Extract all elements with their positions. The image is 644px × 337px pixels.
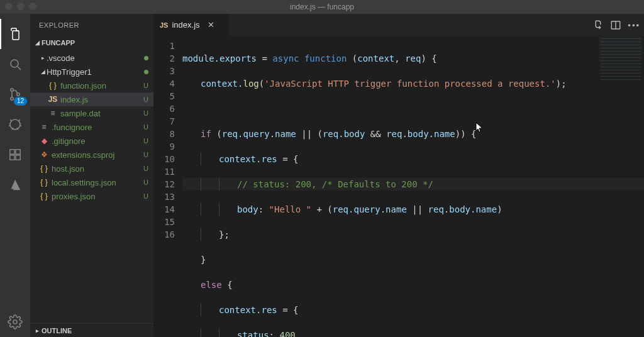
traffic-light-zoom[interactable] [29,3,36,10]
scm-badge: 12 [14,97,27,106]
js-file-icon: JS [48,95,58,104]
git-modified-dot-icon [144,56,148,60]
line-number-gutter: 12 34 56 78 910 1112 1314 1516 [153,36,182,337]
file-extensions-csproj[interactable]: ❖ extensions.csproj U [30,148,153,162]
explorer-icon[interactable] [0,19,30,49]
git-status: U [143,82,148,89]
folder-httptrigger[interactable]: ◢ HttpTrigger1 [30,65,153,79]
chevron-down-icon: ◢ [39,69,47,75]
file-label: .funcignore [52,123,141,132]
editor-actions: ••• [592,16,640,34]
file-sample-dat[interactable]: ≡ sample.dat U [30,106,153,120]
azure-icon[interactable] [0,170,30,200]
file-label: sample.dat [60,109,141,118]
git-status: U [143,179,148,186]
chevron-right-icon: ▸ [39,55,47,61]
rss-file-icon: ❖ [39,150,49,159]
file-tree: ▸ .vscode ◢ HttpTrigger1 { } function.js… [30,50,153,204]
git-file-icon: ◆ [39,136,49,145]
title-bar: index.js — funcapp [0,0,644,14]
svg-point-9 [13,320,17,324]
svg-point-2 [11,97,13,100]
json-file-icon: { } [39,164,49,173]
file-label: local.settings.json [52,178,141,187]
folder-vscode[interactable]: ▸ .vscode [30,51,153,65]
json-file-icon: { } [39,178,49,187]
debug-icon[interactable] [0,109,30,140]
svg-point-3 [17,93,19,96]
git-status: U [143,96,148,103]
compare-changes-icon[interactable] [592,19,604,31]
svg-rect-6 [10,155,14,160]
outline-section-header[interactable]: ▸ OUTLINE [30,323,153,337]
git-status: U [143,109,148,117]
window-title: index.js — funcapp [290,3,354,11]
file-label: extensions.csproj [52,150,141,160]
svg-point-1 [11,89,13,91]
code-content[interactable]: module.exports = async function (context… [182,36,644,337]
tab-index-js[interactable]: JS index.js ✕ [153,14,229,36]
source-control-icon[interactable]: 12 [0,79,30,109]
git-status: U [143,165,148,172]
json-file-icon: { } [39,192,49,201]
generic-file-icon: ≡ [39,123,49,131]
chevron-right-icon: ▸ [33,328,42,334]
file-index-js[interactable]: JS index.js U [30,92,153,106]
window-controls[interactable] [5,3,36,10]
code-editor[interactable]: 12 34 56 78 910 1112 1314 1516 module.ex… [153,36,644,337]
settings-gear-icon[interactable] [0,307,30,337]
activity-bar: 12 [0,14,30,337]
project-name: FUNCAPP [42,39,75,47]
json-file-icon: { } [48,81,58,90]
file-funcignore[interactable]: ≡ .funcignore U [30,120,153,134]
sidebar-title: EXPLORER [30,14,153,36]
split-editor-icon[interactable] [610,19,621,31]
traffic-light-close[interactable] [5,3,13,10]
js-file-icon: JS [160,21,168,29]
file-label: function.json [60,81,141,91]
traffic-light-minimize[interactable] [17,3,25,10]
more-actions-icon[interactable]: ••• [628,21,640,30]
svg-rect-5 [10,150,14,154]
file-label: .gitignore [52,136,141,146]
file-label: index.js [60,95,141,104]
git-modified-dot-icon [144,70,148,74]
git-status: U [143,137,148,145]
git-status: U [143,151,148,158]
svg-point-0 [11,60,18,67]
svg-rect-8 [16,150,20,154]
git-status: U [143,192,148,200]
chevron-down-icon: ◢ [33,40,42,46]
tab-label: index.js [172,20,199,30]
close-icon[interactable]: ✕ [208,20,214,30]
file-label: HttpTrigger1 [47,67,144,77]
file-host-json[interactable]: { } host.json U [30,162,153,175]
file-proxies-json[interactable]: { } proxies.json U [30,189,153,203]
svg-rect-7 [16,155,20,160]
file-label: host.json [52,164,141,174]
minimap[interactable] [599,36,643,82]
project-section-header[interactable]: ◢ FUNCAPP [30,36,153,50]
outline-label: OUTLINE [42,327,72,334]
search-icon[interactable] [0,49,30,79]
git-status: U [143,123,148,131]
generic-file-icon: ≡ [48,109,58,118]
file-gitignore[interactable]: ◆ .gitignore U [30,134,153,148]
editor-tabs: JS index.js ✕ [153,14,644,36]
editor-group: JS index.js ✕ ••• 12 34 56 78 910 1112 1… [153,14,644,337]
file-function-json[interactable]: { } function.json U [30,79,153,92]
file-label: .vscode [47,53,144,63]
file-label: proxies.json [52,192,141,201]
file-local-settings-json[interactable]: { } local.settings.json U [30,175,153,189]
extensions-icon[interactable] [0,140,30,170]
explorer-sidebar: EXPLORER ◢ FUNCAPP ▸ .vscode ◢ HttpTrigg… [30,14,153,337]
